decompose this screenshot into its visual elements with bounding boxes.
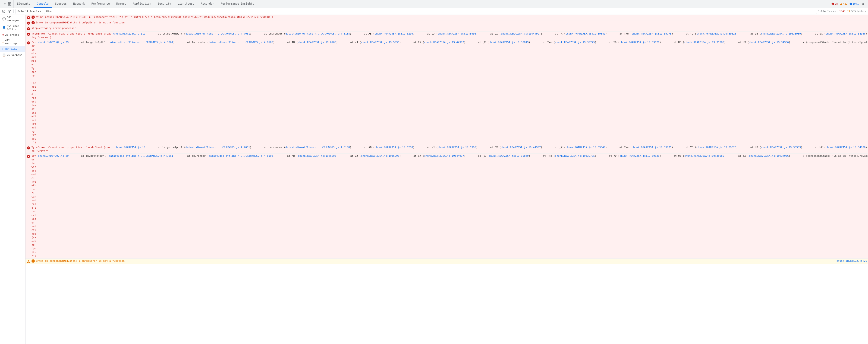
tab-elements[interactable]: Elements xyxy=(14,0,34,8)
console-entry[interactable]: ✕at bX (chunk.R6ARZJ5A.js:19:34936) ▶ {c… xyxy=(26,15,868,20)
stack-link[interactable]: chunk.R6ARZJ5A.js:19:34936 xyxy=(749,154,789,157)
log-level-select[interactable]: Default levels ▾ xyxy=(16,9,43,14)
stack-link[interactable]: chunk.R6ARZJ5A.js:19:34936 xyxy=(826,146,865,149)
console-entry[interactable]: Error in wizard mode: TypeError: Cannot … xyxy=(26,154,868,259)
stack-link[interactable]: chunk.R6ARZJ5A.js:19:35989 xyxy=(761,32,801,35)
stack-link[interactable]: chunk.R6ARZJ5A.js:19:35989 xyxy=(761,146,801,149)
console-entry[interactable]: TypeError: Cannot read properties of und… xyxy=(26,145,868,154)
stack-link[interactable]: chunk.R6ARZJ5A.js:19:5996 xyxy=(438,32,476,35)
stack-link[interactable]: chunk.R6ARZJ5A.js:19:35989 xyxy=(684,41,724,44)
stack-link[interactable]: chunk.R6ARZJ5A.js:19:44997 xyxy=(424,154,464,157)
entry-source-link[interactable]: chunk.JNDEYLQ2.js:29 xyxy=(835,259,867,263)
stack-link[interactable]: chunk.R6ARZJ5A.js:19:35989 xyxy=(684,154,724,157)
stack-link[interactable]: datastudio-offline-n....CRJHWMGS.js:4:81… xyxy=(209,154,273,157)
issues-hidden-count: 535 hidden xyxy=(851,10,867,13)
tab-application[interactable]: Application xyxy=(129,0,154,8)
entry-error-icon xyxy=(26,16,31,20)
stack-link[interactable]: chunk.R6ARZJ5A.js:19:39849 xyxy=(489,41,528,44)
stack-link[interactable]: datastudio-offline-n....CRJHWMGS.js:4:81… xyxy=(209,41,273,44)
stack-link[interactable]: chunk.R6ARZJ5A.js:19:39849 xyxy=(565,32,606,35)
stack-line: at UB (chunk.R6ARZJ5A.js:19:35989) xyxy=(661,40,725,44)
entry-warn-icon: ! xyxy=(26,259,31,263)
sidebar-item-info[interactable]: ℹ 286 info xyxy=(0,46,25,52)
console-entry[interactable]: step.category error processor xyxy=(26,26,868,31)
stack-line: at ln.getHelpUrl (datastudio-offline-n..… xyxy=(146,32,251,36)
stack-link[interactable]: chunk.R6ARZJ5A.js:19:39775 xyxy=(632,32,672,35)
tab-sources[interactable]: Sources xyxy=(52,0,70,8)
cursor-icon[interactable]: ⌨ xyxy=(2,2,7,6)
stack-link[interactable]: chunk.R6ARZJ5A.js:19:6200 xyxy=(298,154,336,157)
svg-rect-2 xyxy=(8,4,9,5)
stack-link[interactable]: datastudio-offline-n....CRJHWMGS.js:4:81… xyxy=(285,32,350,35)
svg-text:i: i xyxy=(850,3,851,5)
tab-network[interactable]: Network xyxy=(70,0,88,8)
entry-source-link[interactable]: chunk.R6ARZJ5A.js:119 xyxy=(112,32,146,36)
stack-link[interactable]: chunk.R6ARZJ5A.js:19:34936 xyxy=(826,32,865,35)
stack-link[interactable]: chunk.R6ARZJ5A.js:19:39775 xyxy=(632,146,672,149)
tab-memory[interactable]: Memory xyxy=(113,0,129,8)
stack-link[interactable]: datastudio-offline-n....CRJHWMGS.js:4:70… xyxy=(109,154,173,157)
console-output[interactable]: ✕at bX (chunk.R6ARZJ5A.js:19:34936) ▶ {c… xyxy=(26,15,868,344)
stack-link[interactable]: chunk.R6ARZJ5A.js:19:39626 xyxy=(696,32,736,35)
inspect-icon[interactable] xyxy=(7,2,12,6)
stack-link[interactable]: chunk.R6ARZJ5A.js:19:39775 xyxy=(555,154,595,157)
console-entry[interactable]: TypeError: Cannot read properties of und… xyxy=(26,31,868,40)
console-entry[interactable]: Error in wizard mode: TypeError: Cannot … xyxy=(26,40,868,145)
error-icon: ⊗ xyxy=(2,33,4,36)
stack-link[interactable]: chunk.R6ARZJ5A.js:19:44997 xyxy=(501,32,541,35)
stack-link[interactable]: chunk.R6ARZJ5A.js:19:5996 xyxy=(438,146,476,149)
entry-title: Error in componentDidCatch: i.onAppError… xyxy=(36,21,125,24)
tab-console[interactable]: Console xyxy=(34,0,52,8)
stack-link[interactable]: chunk.R6ARZJ5A.js:19:39626 xyxy=(696,146,736,149)
stack-link[interactable]: datastudio-offline-n....CRJHWMGS.js:4:81… xyxy=(285,146,350,149)
stack-line: at ln.render (datastudio-offline-n....CR… xyxy=(251,146,351,149)
stack-link[interactable]: chunk.R6ARZJ5A.js:19:39626 xyxy=(620,154,659,157)
stack-link[interactable]: chunk.R6ARZJ5A.js:19:6200 xyxy=(375,32,413,35)
stack-line: at CX (chunk.R6ARZJ5A.js:19:44997) xyxy=(477,32,542,36)
entry-title: TypeError: Cannot read properties of und… xyxy=(31,32,111,39)
sidebar-label-verbose: 26 verbose xyxy=(7,54,22,57)
stack-line: at vJ (chunk.R6ARZJ5A.js:19:5996) xyxy=(338,40,401,44)
stack-link[interactable]: chunk.R6ARZJ5A.js:19:5996 xyxy=(361,154,400,157)
stack-link[interactable]: chunk.R6ARZJ5A.js:19:34936 xyxy=(749,41,789,44)
stack-line: at ln.render (datastudio-offline-n....CR… xyxy=(175,40,275,44)
stack-link[interactable]: chunk.R6ARZJ5A.js:19:6200 xyxy=(375,146,413,149)
main-layout: 💬 762 messages 👤 555 user mess... ⊗ 28 e… xyxy=(0,15,868,344)
stack-link[interactable]: chunk.R6ARZJ5A.js:19:44997 xyxy=(424,41,464,44)
stack-link[interactable]: datastudio-offline-n....CRJHWMGS.js:4:70… xyxy=(186,32,250,35)
stack-link[interactable]: chunk.R6ARZJ5A.js:19:39849 xyxy=(489,154,528,157)
filter-input[interactable] xyxy=(44,9,817,14)
sidebar-item-warnings[interactable]: ⚠ 422 warnings xyxy=(0,38,25,46)
stack-link[interactable]: chunk.R6ARZJ5A.js:19:39775 xyxy=(555,41,595,44)
tab-recorder[interactable]: Recorder xyxy=(197,0,217,8)
stack-link[interactable]: datastudio-offline-n....CRJHWMGS.js:4:70… xyxy=(109,41,173,44)
entry-source-link[interactable]: chunk.R6ARZJ5A.js:19 xyxy=(113,146,145,149)
sidebar-item-errors[interactable]: ⊗ 28 errors xyxy=(0,32,25,38)
console-entry[interactable]: ! !Error in componentDidCatch: i.onAppEr… xyxy=(26,259,868,264)
stack-link[interactable]: chunk.R6ARZJ5A.js:19:39626 xyxy=(620,41,659,44)
stack-line: at CX (chunk.R6ARZJ5A.js:19:44997) xyxy=(401,154,465,158)
stack-link[interactable]: datastudio-offline-n....CRJHWMGS.js:4:70… xyxy=(186,146,250,149)
tab-security[interactable]: Security xyxy=(154,0,175,8)
stack-link[interactable]: chunk.R6ARZJ5A.js:19:44997 xyxy=(501,146,541,149)
console-entry[interactable]: ✕Error in componentDidCatch: i.onAppErro… xyxy=(26,20,868,26)
clear-console-icon[interactable] xyxy=(1,9,6,14)
sidebar-item-user-messages[interactable]: 👤 555 user mess... xyxy=(0,23,25,32)
entry-first-line: ! !Error in componentDidCatch: i.onAppEr… xyxy=(26,259,867,263)
filter-icon[interactable] xyxy=(7,9,11,14)
entry-source-link[interactable]: chunk.JNDEYLQ2.js:29 xyxy=(36,40,68,44)
sidebar-label-warnings: 422 warnings xyxy=(5,39,23,45)
tab-lighthouse[interactable]: Lighthouse xyxy=(175,0,197,8)
stack-line: at CX (chunk.R6ARZJ5A.js:19:44997) xyxy=(477,146,542,149)
tab-performance[interactable]: Performance xyxy=(88,0,113,8)
svg-text:!: ! xyxy=(841,3,842,5)
sidebar-item-all-messages[interactable]: 💬 762 messages xyxy=(0,15,25,23)
sidebar-item-verbose[interactable]: 📋 26 verbose xyxy=(0,52,25,58)
stack-link[interactable]: chunk.R6ARZJ5A.js:19:39849 xyxy=(565,146,606,149)
entry-first-line: ✕Error in componentDidCatch: i.onAppErro… xyxy=(26,21,867,25)
tab-performance-insights[interactable]: Performance insights xyxy=(217,0,257,8)
settings-icon[interactable]: ⚙ xyxy=(861,2,865,6)
entry-source-link[interactable]: chunk.JNDEYLQ2.js:29 xyxy=(36,154,68,158)
stack-link[interactable]: chunk.R6ARZJ5A.js:19:5996 xyxy=(361,41,400,44)
stack-link[interactable]: chunk.R6ARZJ5A.js:19:6200 xyxy=(298,41,336,44)
